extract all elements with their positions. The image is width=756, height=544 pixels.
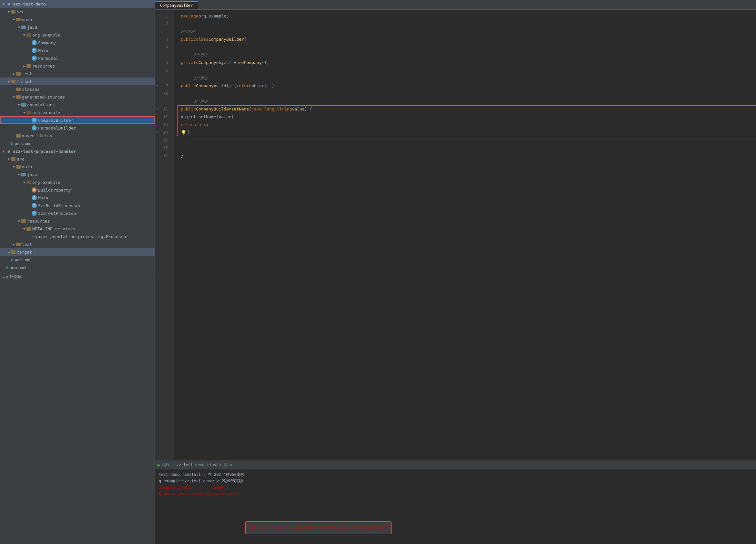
tree-pom-root[interactable]: m pom.xml: [0, 263, 155, 271]
tree-pom-demo[interactable]: m pom.xml: [0, 139, 155, 147]
libs-icon: ▦: [6, 275, 8, 279]
arrow-icon: [17, 173, 21, 176]
tree-test2[interactable]: test: [0, 240, 155, 248]
project-szz-handler[interactable]: ■ szz-test-procesor-handler: [0, 147, 155, 155]
tree-org-example[interactable]: org.example: [0, 31, 155, 39]
tree-main[interactable]: main: [0, 15, 155, 23]
run-tab[interactable]: szz-test-demo [install] ✕: [174, 463, 233, 467]
token: CompanyBuilder: [209, 36, 244, 43]
tab-company-builder[interactable]: CompanyBuilder: [155, 1, 198, 9]
package-icon: [26, 180, 31, 184]
arrow-icon: [12, 242, 16, 246]
token: private: [181, 59, 199, 67]
arrow-icon: [6, 10, 11, 14]
folder-icon: [16, 95, 21, 99]
token: object.setName(value);: [181, 113, 236, 121]
editor-tabs: CompanyBuilder: [155, 0, 756, 10]
code-line-5: private Company object = new Company();: [179, 59, 756, 67]
tree-main-class[interactable]: C Main: [0, 46, 155, 54]
folder-label: generated-sources: [22, 95, 65, 99]
tree-src[interactable]: src: [0, 8, 155, 15]
console-text: Company.java src/main/java/org/exa: [159, 491, 238, 497]
tree-company-builder[interactable]: C CompanyBuilder: [0, 116, 155, 124]
token: ;: [206, 121, 209, 128]
tree-target2[interactable]: target: [0, 248, 155, 256]
folder-icon: [16, 72, 21, 76]
run-tab-label: szz-test-demo [install]: [174, 463, 228, 467]
class-icon: C: [32, 195, 37, 200]
tree-main2[interactable]: main: [0, 163, 155, 170]
token: java.lang.String: [251, 105, 292, 113]
tree-src2[interactable]: src: [0, 155, 155, 163]
tree-resources2[interactable]: resources: [0, 217, 155, 225]
arrow-icon: [17, 26, 21, 29]
arrow-icon: [22, 180, 26, 184]
class-label: BuildProperty: [38, 188, 71, 192]
play-button[interactable]: ▶: [158, 462, 160, 467]
project-szz-test-demo[interactable]: ■ szz-test-demo: [0, 0, 155, 8]
token: Company: [199, 59, 216, 67]
tree-main2-class[interactable]: C Main: [0, 194, 155, 201]
code-line-15: [179, 136, 756, 144]
tree-java[interactable]: java: [0, 23, 155, 31]
usage-hint: 2个用法: [194, 51, 208, 59]
tree-test[interactable]: test: [0, 70, 155, 77]
tree-szz-test-processor[interactable]: C SzzTestProcessor: [0, 209, 155, 217]
tree-org-example2[interactable]: org.example: [0, 108, 155, 116]
folder-icon: [16, 18, 21, 21]
tree-generated[interactable]: generated-sources: [0, 93, 155, 101]
class-icon: C: [32, 203, 37, 208]
tree-personal-builder[interactable]: C PersonalBuilder: [0, 124, 155, 132]
token: value) {: [292, 105, 312, 113]
ln-hint3: [155, 74, 171, 82]
token: public: [181, 36, 196, 43]
usage-hint: 1个用法: [194, 97, 208, 105]
code-content[interactable]: package org.example; 2个用法 public class C…: [174, 10, 756, 460]
console-text: g.example:szz-test-demo:ja 2秒903毫秒: [159, 478, 243, 484]
tree-external-libs[interactable]: ▦ 外部库: [0, 273, 155, 281]
token: object; }: [251, 82, 274, 90]
tree-szz-build-processor[interactable]: C SzzBuildProcessor: [0, 201, 155, 209]
tree-java2[interactable]: java: [0, 170, 155, 178]
error-tooltip: @BuilderProperty 注解必须放到方法上并且是set开头的单参数方法: [245, 521, 392, 534]
token: (: [249, 105, 251, 113]
tree-annotations[interactable]: annotations: [0, 101, 155, 108]
package-label: org.example: [32, 110, 60, 115]
code-line-2: [179, 20, 756, 28]
folder-icon: [21, 173, 26, 176]
code-line-12: object.setName(value);: [179, 113, 756, 121]
token: public: [181, 105, 196, 113]
console-area[interactable]: test-demo [install]: 在 202.4秒650毫秒 g.exa…: [155, 469, 756, 544]
pom-icon: m: [6, 265, 8, 270]
ln-3: 3: [155, 36, 171, 43]
token: this: [196, 121, 206, 128]
close-icon[interactable]: ✕: [230, 463, 232, 467]
token: CompanyBuilder: [196, 105, 231, 113]
arrow-icon: [12, 165, 16, 169]
class-icon: C: [32, 118, 37, 123]
project-icon: ■: [6, 149, 12, 154]
class-icon: C: [32, 210, 37, 216]
tree-build-property[interactable]: @ BuildProperty: [0, 186, 155, 194]
token: public: [181, 82, 196, 90]
tree-meta-inf[interactable]: META-INF.services: [0, 225, 155, 232]
tree-pom-handler[interactable]: m pom.xml: [0, 256, 155, 263]
class-label: Company: [38, 40, 56, 45]
pom-icon: m: [11, 141, 13, 146]
tree-target[interactable]: target: [0, 77, 155, 85]
project-icon: ■: [6, 1, 12, 6]
tree-javax-processor[interactable]: ≡ javax.annotation.processing.Processor: [0, 232, 155, 240]
tree-personal[interactable]: C Personal: [0, 54, 155, 62]
tree-resources[interactable]: resources: [0, 62, 155, 70]
code-hint-2: 2个用法: [179, 51, 756, 59]
tree-org-example3[interactable]: org.example: [0, 178, 155, 186]
folder-label: test: [22, 242, 32, 247]
tree-classes[interactable]: classes: [0, 85, 155, 93]
tree-company[interactable]: C Company: [0, 39, 155, 46]
tree-maven-status[interactable]: maven-status: [0, 132, 155, 139]
folder-label: annotations: [27, 102, 55, 107]
arrow-icon: [12, 95, 16, 99]
run-label: 运行:: [162, 462, 172, 467]
class-label: Personal: [38, 56, 58, 61]
ln-4: 4: [155, 43, 171, 51]
